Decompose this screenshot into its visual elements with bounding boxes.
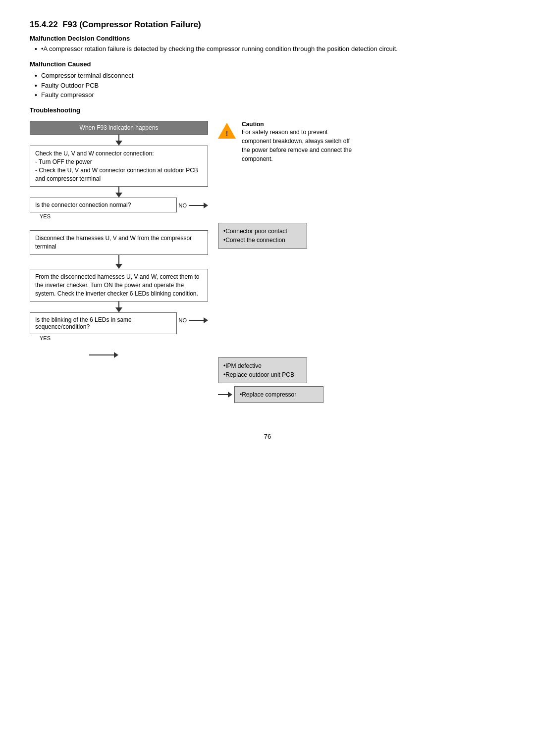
side-box-2: •IPM defective •Replace outdoor unit PCB [218,357,307,383]
side-box-1-item-1: •Connector poor contact [223,227,302,236]
flow-start-box: When F93 indication happens [30,121,208,135]
caution-block: ! Caution For safety reason and to preve… [218,121,426,163]
caused-item-1: Compressor terminal disconnect [41,72,133,79]
malfunction-decision-list: • A compressor rotation failure is detec… [30,45,505,53]
flow-decision-2-row: Is the blinking of the 6 LEDs in same se… [30,312,208,352]
flow-box-1: Check the U, V and W connector connectio… [30,146,208,187]
troubleshooting-title: Troubleshooting [30,106,505,114]
malfunction-caused-list: Compressor terminal disconnect Faulty Ou… [30,72,505,100]
side-box-1-item-2: •Correct the connection [223,236,302,245]
section-title: 15.4.22 F93 (Compressor Rotation Failure… [30,20,505,30]
yes-label-2: YES [40,335,51,341]
no-label-2: NO [179,317,187,323]
malfunction-caused-title: Malfunction Caused [30,60,505,68]
flow-box-3: Disconnect the harnesses U, V and W from… [30,230,208,255]
yes-label-1: YES [40,213,51,219]
no-branch-1: NO [179,198,209,208]
flowchart-area: When F93 indication happens Check the U,… [30,121,505,403]
caution-label: Caution [242,121,356,128]
replace-compressor: •Replace compressor [240,390,318,399]
caused-item-3: Faulty compressor [41,91,94,99]
side-box-3: •Replace compressor [234,386,323,403]
main-flow: When F93 indication happens Check the U,… [30,121,208,358]
caution-text: For safety reason and to prevent compone… [242,128,356,163]
caused-item-2: Faulty Outdoor PCB [41,82,99,89]
malfunction-decision-title: Malfunction Decision Conditions [30,35,505,42]
flow-decision-1: Is the connector connection normal? [30,198,177,212]
flow-box-4: From the disconnected harnesses U, V and… [30,269,208,302]
side-box-2-item-1: •IPM defective [223,361,302,370]
side-box-1: •Connector poor contact •Correct the con… [218,223,307,249]
middle-section: ! Caution For safety reason and to preve… [218,121,426,403]
malfunction-decision-text: A compressor rotation failure is detecte… [43,45,397,52]
page-content: 15.4.22 F93 (Compressor Rotation Failure… [30,20,505,403]
no-branch-2: NO [179,312,209,323]
no-label-1: NO [179,202,187,208]
flow-decision-1-row: Is the connector connection normal? YES … [30,198,208,230]
page-number: 76 [30,433,505,440]
flow-decision-2: Is the blinking of the 6 LEDs in same se… [30,312,177,334]
side-box-2-item-2: •Replace outdoor unit PCB [223,370,302,379]
